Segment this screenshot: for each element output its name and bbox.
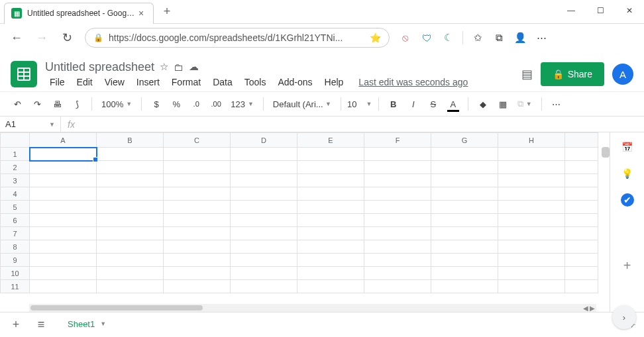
cell-F9[interactable] [364,254,431,267]
menu-tools[interactable]: Tools [240,75,271,89]
cell-E1[interactable] [297,148,364,161]
more-toolbar-button[interactable]: ⋯ [547,95,566,113]
column-header-G[interactable]: G [431,133,498,148]
collections-icon[interactable]: ⧉ [490,28,508,47]
select-all-corner[interactable] [1,133,30,148]
cloud-status-icon[interactable]: ☁ [189,61,199,73]
cell-B8[interactable] [97,240,164,254]
row-header-3[interactable]: 3 [1,174,30,187]
cell-A9[interactable] [30,254,97,267]
cell-A10[interactable] [30,267,97,280]
cell-C2[interactable] [164,161,231,174]
sheet-tab[interactable]: Sheet1 ▼ [58,315,115,335]
cell-E3[interactable] [297,174,364,187]
cell-D3[interactable] [231,174,297,187]
strikethrough-button[interactable]: S [424,95,443,113]
extension-icon-3[interactable]: ☾ [439,28,457,47]
fill-color-button[interactable]: ◆ [474,95,492,113]
cell-B2[interactable] [97,161,164,174]
window-maximize[interactable]: ☐ [586,0,615,21]
all-sheets-button[interactable]: ≡ [33,318,49,332]
cell-A6[interactable] [30,214,97,227]
cell-C6[interactable] [164,214,231,227]
cell-C4[interactable] [164,187,231,201]
cell-C3[interactable] [164,174,231,187]
cell-D2[interactable] [231,161,297,174]
cell-overflow[interactable] [565,201,598,214]
reload-button[interactable]: ↻ [56,26,78,49]
move-icon[interactable]: 🗀 [174,62,184,73]
sheets-logo-icon[interactable] [11,61,37,87]
side-panel-toggle[interactable]: › [612,305,636,329]
cell-A11[interactable] [30,280,97,293]
cell-G5[interactable] [431,201,498,214]
calendar-icon[interactable]: 📅 [621,140,634,154]
cell-D5[interactable] [231,201,297,214]
column-header-D[interactable]: D [231,133,297,148]
scroll-right-icon[interactable]: ▶ [590,305,595,312]
row-header-10[interactable]: 10 [1,267,30,280]
cell-H2[interactable] [498,161,565,174]
cell-A3[interactable] [30,174,97,187]
cell-H11[interactable] [498,280,565,293]
cell-C5[interactable] [164,201,231,214]
cell-F5[interactable] [364,201,431,214]
cell-overflow[interactable] [565,148,598,161]
font-dropdown[interactable]: Default (Ari...▼ [269,99,335,109]
cell-D7[interactable] [231,227,297,240]
tasks-icon[interactable]: ✔ [621,193,634,207]
cell-B6[interactable] [97,214,164,227]
cell-G9[interactable] [431,254,498,267]
print-button[interactable]: 🖶 [48,95,66,113]
cell-G11[interactable] [431,280,498,293]
profile-icon[interactable]: 👤 [511,28,529,47]
borders-button[interactable]: ▦ [494,95,512,113]
cell-C10[interactable] [164,267,231,280]
browser-tab[interactable]: ▦ Untitled spreadsheet - Google Sh × [4,3,154,24]
cell-B7[interactable] [97,227,164,240]
cell-D6[interactable] [231,214,297,227]
cell-A8[interactable] [30,240,97,254]
cell-D8[interactable] [231,240,297,254]
cell-F11[interactable] [364,280,431,293]
cell-H7[interactable] [498,227,565,240]
cell-D9[interactable] [231,254,297,267]
cell-G6[interactable] [431,214,498,227]
account-avatar[interactable]: A [612,64,633,85]
cell-D11[interactable] [231,280,297,293]
increase-decimal-button[interactable]: .00 [207,95,225,113]
share-button[interactable]: 🔒 Share [541,62,604,86]
menu-format[interactable]: Format [167,75,205,89]
horizontal-scrollbar[interactable]: ◀ ▶ [29,304,596,312]
cell-C1[interactable] [164,148,231,161]
name-box[interactable]: A1 ▼ [0,117,61,132]
cell-H3[interactable] [498,174,565,187]
browser-menu-icon[interactable]: ⋯ [532,28,551,47]
cell-F1[interactable] [364,148,431,161]
cell-E8[interactable] [297,240,364,254]
cell-F8[interactable] [364,240,431,254]
cell-D10[interactable] [231,267,297,280]
menu-file[interactable]: File [45,75,70,89]
cell-B4[interactable] [97,187,164,201]
favorite-icon[interactable]: ⭐ [370,32,381,43]
text-color-button[interactable]: A [444,95,462,113]
extension-icon-1[interactable]: ⦸ [396,28,415,47]
cell-F6[interactable] [364,214,431,227]
cell-H4[interactable] [498,187,565,201]
cell-B11[interactable] [97,280,164,293]
paint-format-button[interactable]: ⟆ [68,95,86,113]
column-header-F[interactable]: F [364,133,431,148]
cell-F7[interactable] [364,227,431,240]
cell-G8[interactable] [431,240,498,254]
menu-edit[interactable]: Edit [72,75,97,89]
bold-button[interactable]: B [384,95,403,113]
cell-B3[interactable] [97,174,164,187]
cell-H9[interactable] [498,254,565,267]
spreadsheet-grid[interactable]: ABCDEFGH1234567891011 ◀ ▶ [0,132,610,312]
column-header-B[interactable]: B [97,133,164,148]
cell-F2[interactable] [364,161,431,174]
redo-button[interactable]: ↷ [28,95,46,113]
column-header-E[interactable]: E [297,133,364,148]
cell-G4[interactable] [431,187,498,201]
